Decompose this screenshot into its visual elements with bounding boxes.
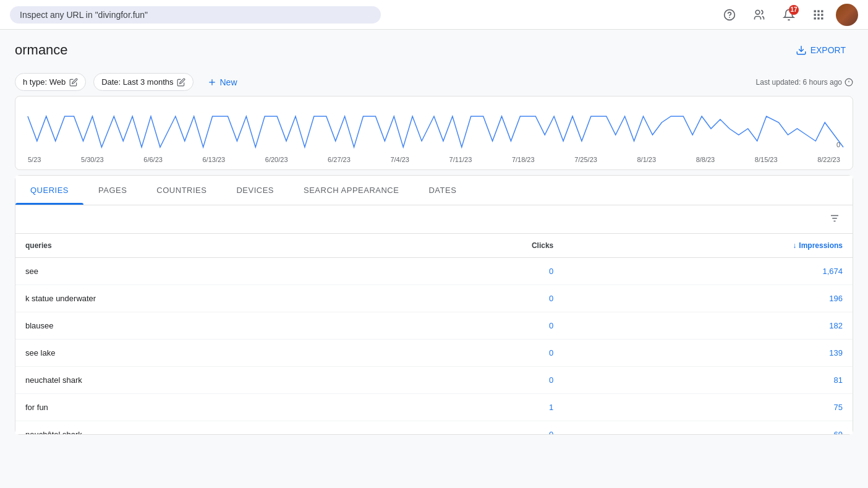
grid-icon-btn[interactable] bbox=[806, 2, 831, 27]
table-row[interactable]: see lake 0 139 bbox=[15, 340, 853, 367]
grid-icon bbox=[812, 9, 825, 21]
queries-table-container: queries Clicks ↓Impressions see 0 1,674 … bbox=[15, 205, 853, 434]
clicks-cell: 0 bbox=[391, 421, 564, 435]
chart-date-1: 5/30/23 bbox=[81, 156, 104, 163]
clicks-cell: 0 bbox=[391, 285, 564, 312]
chart-date-5: 6/27/23 bbox=[328, 156, 351, 163]
svg-rect-9 bbox=[814, 17, 816, 19]
table-header: queries Clicks ↓Impressions bbox=[15, 234, 853, 258]
query-cell: k statue underwater bbox=[15, 285, 391, 312]
impressions-cell: 69 bbox=[563, 421, 853, 435]
info-icon bbox=[845, 78, 853, 87]
table-row[interactable]: see 0 1,674 bbox=[15, 258, 853, 285]
chart-date-2: 6/6/23 bbox=[143, 156, 163, 163]
export-button[interactable]: EXPORT bbox=[788, 40, 853, 61]
users-icon-btn[interactable] bbox=[747, 2, 772, 27]
impressions-cell: 81 bbox=[563, 367, 853, 394]
impressions-cell: 75 bbox=[563, 394, 853, 421]
table-filter-button[interactable] bbox=[827, 210, 843, 228]
plus-icon bbox=[207, 77, 217, 87]
table-row[interactable]: neuchâtel shark 0 69 bbox=[15, 421, 853, 435]
queries-table: queries Clicks ↓Impressions see 0 1,674 … bbox=[15, 234, 853, 434]
query-cell: for fun bbox=[15, 394, 391, 421]
last-updated-text: Last updated: 6 hours ago bbox=[756, 78, 842, 87]
svg-rect-7 bbox=[817, 14, 819, 15]
col-impressions[interactable]: ↓Impressions bbox=[563, 234, 853, 258]
tab-dates[interactable]: DATES bbox=[414, 176, 471, 205]
svg-rect-8 bbox=[821, 14, 823, 15]
svg-rect-5 bbox=[821, 10, 823, 12]
zero-label: 0 bbox=[836, 141, 840, 148]
impressions-cell: 182 bbox=[563, 312, 853, 340]
export-label: EXPORT bbox=[811, 45, 846, 55]
chart-date-13: 8/22/23 bbox=[817, 156, 840, 163]
notification-icon-btn[interactable]: 17 bbox=[777, 2, 801, 27]
chart-date-3: 6/13/23 bbox=[203, 156, 226, 163]
query-cell: see bbox=[15, 258, 391, 285]
page-content: ormance EXPORT h type: Web Date: Last 3 … bbox=[0, 30, 868, 435]
new-label: New bbox=[219, 77, 237, 87]
svg-rect-11 bbox=[821, 17, 823, 19]
tabs-container: QUERIES PAGES COUNTRIES DEVICES SEARCH A… bbox=[15, 176, 853, 205]
search-type-filter[interactable]: h type: Web bbox=[15, 73, 86, 91]
svg-rect-3 bbox=[814, 10, 816, 12]
help-icon-btn[interactable] bbox=[717, 2, 742, 27]
edit-icon bbox=[69, 78, 78, 87]
tabs-and-table: QUERIES PAGES COUNTRIES DEVICES SEARCH A… bbox=[15, 175, 853, 435]
filter-bar: h type: Web Date: Last 3 months New bbox=[15, 68, 853, 96]
download-icon bbox=[796, 45, 807, 56]
performance-chart: 0 5/23 5/30/23 6/6/23 6/13/23 6/20/23 6/… bbox=[15, 96, 853, 170]
chart-date-12: 8/15/23 bbox=[755, 156, 778, 163]
tab-countries[interactable]: COUNTRIES bbox=[142, 176, 221, 205]
col-queries[interactable]: queries bbox=[15, 234, 391, 258]
help-icon bbox=[723, 9, 736, 21]
chart-date-9: 7/25/23 bbox=[574, 156, 597, 163]
svg-rect-4 bbox=[817, 10, 819, 12]
table-row[interactable]: for fun 1 75 bbox=[15, 394, 853, 421]
query-cell: see lake bbox=[15, 340, 391, 367]
impressions-cell: 1,674 bbox=[563, 258, 853, 285]
impressions-cell: 196 bbox=[563, 285, 853, 312]
table-toolbar bbox=[15, 205, 853, 234]
tab-pages[interactable]: PAGES bbox=[83, 176, 142, 205]
url-inspect-bar[interactable]: Inspect any URL in "divingfor.fun" bbox=[10, 6, 381, 24]
tab-devices[interactable]: DEVICES bbox=[221, 176, 289, 205]
chart-dates: 5/23 5/30/23 6/6/23 6/13/23 6/20/23 6/27… bbox=[15, 153, 853, 166]
chart-date-4: 6/20/23 bbox=[265, 156, 288, 163]
col-clicks[interactable]: Clicks bbox=[391, 234, 564, 258]
svg-point-2 bbox=[755, 10, 760, 14]
query-cell: neuchatel shark bbox=[15, 367, 391, 394]
clicks-cell: 0 bbox=[391, 340, 564, 367]
svg-rect-6 bbox=[814, 14, 816, 15]
chart-date-6: 7/4/23 bbox=[390, 156, 409, 163]
table-row[interactable]: neuchatel shark 0 81 bbox=[15, 367, 853, 394]
impressions-cell: 139 bbox=[563, 340, 853, 367]
date-filter[interactable]: Date: Last 3 months bbox=[93, 73, 194, 91]
avatar[interactable] bbox=[836, 4, 858, 26]
table-row[interactable]: k statue underwater 0 196 bbox=[15, 285, 853, 312]
search-type-label: h type: Web bbox=[23, 77, 66, 87]
table-row[interactable]: blausee 0 182 bbox=[15, 312, 853, 340]
notification-badge: 17 bbox=[789, 5, 799, 15]
chart-date-0: 5/23 bbox=[28, 156, 41, 163]
date-edit-icon bbox=[177, 78, 185, 87]
chart-svg bbox=[15, 104, 853, 153]
chart-date-10: 8/1/23 bbox=[637, 156, 656, 163]
topbar-icons: 17 bbox=[717, 2, 858, 27]
clicks-cell: 1 bbox=[391, 394, 564, 421]
topbar: Inspect any URL in "divingfor.fun" 17 bbox=[0, 0, 868, 30]
tab-queries[interactable]: QUERIES bbox=[15, 176, 83, 205]
date-label: Date: Last 3 months bbox=[101, 77, 173, 87]
page-title: ormance bbox=[15, 42, 68, 58]
chart-date-11: 8/8/23 bbox=[696, 156, 715, 163]
sort-down-icon: ↓ bbox=[793, 241, 796, 250]
tab-search-appearance[interactable]: SEARCH APPEARANCE bbox=[289, 176, 414, 205]
clicks-cell: 0 bbox=[391, 312, 564, 340]
filter-icon bbox=[829, 213, 840, 224]
filter-left: h type: Web Date: Last 3 months New bbox=[15, 73, 244, 91]
svg-rect-10 bbox=[817, 17, 819, 19]
svg-point-1 bbox=[729, 17, 730, 18]
users-icon bbox=[753, 9, 765, 21]
table-body: see 0 1,674 k statue underwater 0 196 bl… bbox=[15, 258, 853, 435]
new-filter-button[interactable]: New bbox=[201, 74, 243, 91]
